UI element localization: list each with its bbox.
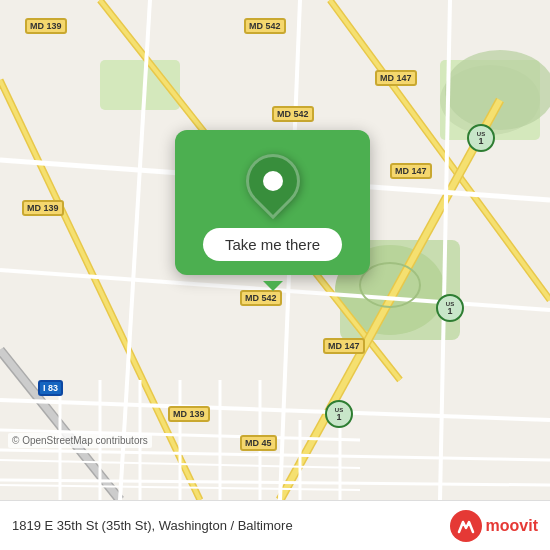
badge-md147-mid: MD 147 [390,163,432,179]
svg-point-5 [445,50,550,130]
badge-md139-bottom: MD 139 [168,406,210,422]
moovit-icon [450,510,482,542]
badge-md542-top: MD 542 [244,18,286,34]
badge-md147-lower: MD 147 [323,338,365,354]
address-text: 1819 E 35th St (35th St), Washington / B… [12,518,442,533]
badge-us1-upper: US 1 [467,124,495,152]
svg-line-20 [0,480,550,485]
moovit-logo: moovit [450,510,538,542]
moovit-text: moovit [486,517,538,535]
popup-card: Take me there [175,130,370,275]
badge-us1-mid: US 1 [436,294,464,322]
badge-us1-lower: US 1 [325,400,353,428]
svg-line-18 [0,400,550,420]
location-pin-icon [234,143,310,219]
badge-md147-top: MD 147 [375,70,417,86]
pin-inner [263,171,283,191]
badge-md542-lower: MD 542 [240,290,282,306]
badge-md542-mid: MD 542 [272,106,314,122]
badge-md139-topleft: MD 139 [25,18,67,34]
osm-credit: © OpenStreetMap contributors [8,433,152,448]
take-me-there-button[interactable]: Take me there [203,228,342,261]
badge-md45: MD 45 [240,435,277,451]
bottom-bar: 1819 E 35th St (35th St), Washington / B… [0,500,550,550]
map-container: MD 139 MD 139 MD 139 MD 542 MD 542 MD 54… [0,0,550,500]
badge-i83: I 83 [38,380,63,396]
badge-md139-midleft: MD 139 [22,200,64,216]
popup-icon-area [238,146,308,216]
